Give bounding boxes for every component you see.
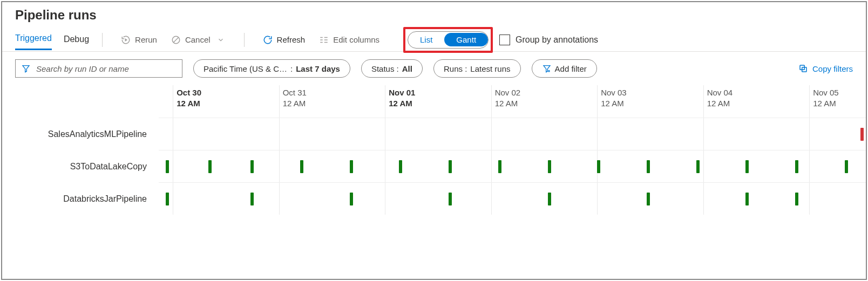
search-placeholder: Search by run ID or name (36, 64, 129, 73)
status-prefix: Status : (371, 64, 399, 73)
search-input[interactable]: Search by run ID or name (15, 59, 182, 78)
toggle-gantt[interactable]: Gantt (444, 33, 488, 46)
run-tabs: Triggered Debug (15, 29, 89, 50)
run-marker[interactable] (399, 160, 402, 173)
svg-marker-0 (125, 38, 128, 42)
cancel-label: Cancel (185, 35, 211, 44)
toggle-list[interactable]: List (408, 33, 444, 46)
run-marker[interactable] (795, 193, 798, 205)
run-marker[interactable] (250, 160, 254, 173)
refresh-button[interactable]: Refresh (257, 33, 311, 47)
tz-prefix: Pacific Time (US & C… (204, 64, 287, 73)
filter-status[interactable]: Status : All (361, 59, 423, 78)
run-marker[interactable] (548, 193, 551, 205)
filter-bar: Search by run ID or name Pacific Time (U… (2, 52, 866, 85)
rerun-label: Rerun (135, 35, 157, 44)
run-marker[interactable] (300, 160, 303, 173)
run-marker[interactable] (548, 160, 551, 173)
view-toggle: List Gantt (408, 31, 489, 49)
tz-value: Last 7 days (296, 64, 340, 73)
run-marker[interactable] (166, 193, 169, 205)
add-filter-icon (542, 64, 552, 73)
run-marker[interactable] (745, 160, 749, 173)
gantt-column-header: Nov 0512 AM (809, 85, 839, 118)
toolbar: Triggered Debug Rerun Cancel (2, 28, 866, 52)
rerun-icon (121, 35, 131, 45)
add-filter-label: Add filter (555, 64, 587, 73)
run-marker[interactable] (696, 160, 700, 173)
filter-icon (21, 64, 31, 73)
run-marker[interactable] (166, 160, 169, 173)
refresh-label: Refresh (277, 35, 306, 44)
run-marker[interactable] (350, 160, 353, 173)
gantt-row-label[interactable]: S3ToDataLakeCopy (2, 162, 159, 172)
gantt-column-header: Nov 0312 AM (597, 85, 627, 118)
tab-debug[interactable]: Debug (64, 30, 89, 50)
run-marker[interactable] (250, 193, 254, 205)
add-filter-button[interactable]: Add filter (532, 59, 597, 78)
run-marker[interactable] (845, 160, 848, 173)
gantt-column-header: Nov 0212 AM (491, 85, 521, 118)
tz-suffix: : (290, 64, 293, 73)
copy-filters-label: Copy filters (812, 64, 853, 73)
svg-marker-9 (23, 66, 29, 72)
copy-filters-button[interactable]: Copy filters (798, 64, 853, 73)
gantt-column-header: Nov 0412 AM (703, 85, 733, 118)
filter-time[interactable]: Pacific Time (US & C… : Last 7 days (193, 59, 350, 78)
run-marker[interactable] (208, 160, 212, 173)
gantt-column-header: Nov 0112 AM (385, 85, 415, 118)
status-value: All (402, 64, 412, 73)
gantt-column-header: Oct 3012 AM (173, 85, 201, 118)
run-marker[interactable] (647, 160, 650, 173)
run-marker[interactable] (449, 160, 452, 173)
divider (244, 33, 245, 47)
divider (102, 33, 103, 47)
run-marker[interactable] (449, 193, 452, 205)
svg-line-2 (173, 37, 178, 42)
gantt-row: DatabricksJarPipeline (159, 182, 866, 215)
columns-icon (319, 35, 329, 45)
gantt-row-label[interactable]: DatabricksJarPipeline (2, 194, 159, 204)
gantt-chart: Oct 3012 AMOct 3112 AMNov 0112 AMNov 021… (2, 85, 866, 215)
run-marker[interactable] (860, 128, 864, 141)
run-marker[interactable] (498, 160, 501, 173)
runs-value: Latest runs (470, 64, 510, 73)
gantt-row-label[interactable]: SalesAnalyticsMLPipeline (2, 129, 159, 139)
run-marker[interactable] (795, 160, 798, 173)
tab-triggered[interactable]: Triggered (15, 29, 52, 50)
refresh-icon (263, 35, 273, 45)
pipeline-runs-panel: Pipeline runs Triggered Debug Rerun Canc… (1, 1, 867, 280)
rerun-button[interactable]: Rerun (116, 33, 162, 47)
gantt-body: SalesAnalyticsMLPipelineS3ToDataLakeCopy… (159, 118, 866, 215)
run-marker[interactable] (647, 193, 650, 205)
filter-runs[interactable]: Runs : Latest runs (433, 59, 521, 78)
edit-columns-button[interactable]: Edit columns (314, 33, 385, 47)
gantt-row: S3ToDataLakeCopy (159, 150, 866, 182)
runs-prefix: Runs : (444, 64, 467, 73)
group-by-annotations[interactable]: Group by annotations (499, 35, 598, 45)
run-marker[interactable] (597, 160, 600, 173)
run-marker[interactable] (350, 193, 353, 205)
chevron-down-icon (216, 35, 226, 45)
copy-icon (798, 64, 808, 73)
gantt-header: Oct 3012 AMOct 3112 AMNov 0112 AMNov 021… (159, 85, 866, 118)
view-toggle-wrap: List Gantt (408, 31, 489, 49)
page-title: Pipeline runs (2, 8, 866, 28)
edit-columns-label: Edit columns (333, 35, 379, 44)
gantt-column-header: Oct 3112 AM (279, 85, 307, 118)
group-by-label: Group by annotations (516, 35, 598, 45)
run-marker[interactable] (745, 193, 749, 205)
checkbox-icon[interactable] (499, 35, 510, 45)
cancel-button[interactable]: Cancel (166, 33, 231, 47)
gantt-row: SalesAnalyticsMLPipeline (159, 118, 866, 150)
cancel-icon (171, 35, 181, 45)
